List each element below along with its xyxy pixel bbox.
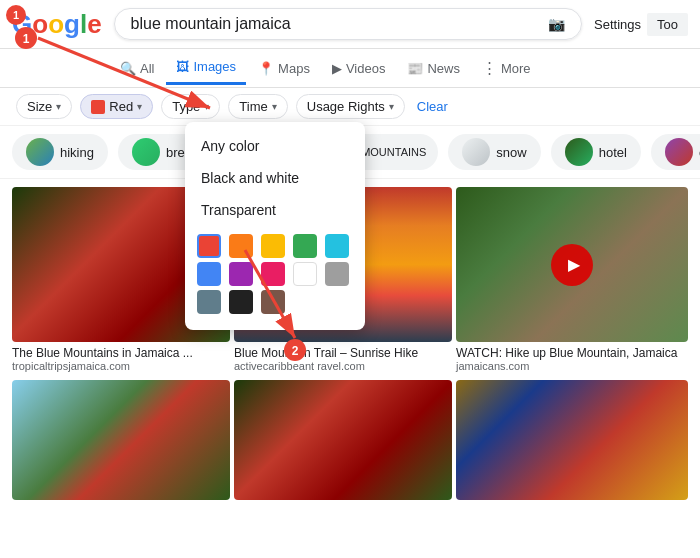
swatch-lightgray[interactable]: [325, 262, 349, 286]
google-logo[interactable]: Google 1: [12, 9, 102, 40]
red-swatch: [91, 100, 105, 114]
clear-button[interactable]: Clear: [413, 95, 452, 118]
swatch-gray[interactable]: [197, 290, 221, 314]
color-swatches: [185, 226, 365, 322]
image-aerial[interactable]: ▶: [456, 187, 688, 342]
color-filter[interactable]: Red ▾: [80, 94, 153, 119]
search-box: 📷: [114, 8, 582, 40]
nav-tabs: 🔍 All 🖼 Images 📍 Maps ▶ Videos 📰 News ⋮ …: [0, 49, 700, 88]
image-tent[interactable]: [12, 380, 230, 500]
usage-filter[interactable]: Usage Rights ▾: [296, 94, 405, 119]
image-title-sunrise: Blue Mountain Trail – Sunrise Hike: [234, 346, 452, 360]
image-coffee-berries[interactable]: [234, 380, 452, 500]
tab-images-label: Images: [193, 59, 236, 74]
play-icon: ▶: [568, 255, 580, 274]
image-source-sunrise: activecaribbeant ravel.com: [234, 360, 452, 372]
search-input[interactable]: [131, 15, 540, 33]
hiking-label: hiking: [60, 145, 94, 160]
tab-more[interactable]: ⋮ More: [472, 51, 541, 85]
videos-icon: ▶: [332, 61, 342, 76]
time-chevron-icon: ▾: [272, 101, 277, 112]
color-option-any[interactable]: Any color: [185, 130, 365, 162]
image-title-berries: The Blue Mountains in Jamaica ...: [12, 346, 230, 360]
cabins-thumb: [665, 138, 693, 166]
time-label: Time: [239, 99, 267, 114]
image-caption-aerial: WATCH: Hike up Blue Mountain, Jamaica ja…: [456, 346, 688, 372]
swatch-blue[interactable]: [197, 262, 221, 286]
usage-chevron-icon: ▾: [389, 101, 394, 112]
swatch-orange[interactable]: [229, 234, 253, 258]
hotel-thumb: [565, 138, 593, 166]
snow-label: snow: [496, 145, 526, 160]
tab-more-label: More: [501, 61, 531, 76]
size-filter[interactable]: Size ▾: [16, 94, 72, 119]
color-dropdown: Any color Black and white Transparent: [185, 122, 365, 330]
news-icon: 📰: [407, 61, 423, 76]
size-chevron-icon: ▾: [56, 101, 61, 112]
time-filter[interactable]: Time ▾: [228, 94, 287, 119]
swatch-black[interactable]: [229, 290, 253, 314]
color-filter-label: Red: [109, 99, 133, 114]
swatch-purple[interactable]: [229, 262, 253, 286]
color-chevron-icon: ▾: [137, 101, 142, 112]
break-thumb: [132, 138, 160, 166]
usage-label: Usage Rights: [307, 99, 385, 114]
tab-maps[interactable]: 📍 Maps: [248, 53, 320, 84]
snow-thumb: [462, 138, 490, 166]
youtube-play-overlay: ▶: [551, 244, 593, 286]
camera-icon[interactable]: 📷: [548, 16, 565, 32]
tab-maps-label: Maps: [278, 61, 310, 76]
tab-images[interactable]: 🖼 Images: [166, 51, 246, 85]
tab-videos-label: Videos: [346, 61, 386, 76]
suggestion-cabins[interactable]: cabins: [651, 134, 700, 170]
header: Google 1 📷 Settings Too: [0, 0, 700, 49]
image-col-right: ▶ WATCH: Hike up Blue Mountain, Jamaica …: [456, 187, 688, 500]
tab-all-label: All: [140, 61, 154, 76]
size-label: Size: [27, 99, 52, 114]
swatch-yellow[interactable]: [261, 234, 285, 258]
suggestion-hiking[interactable]: hiking: [12, 134, 108, 170]
tab-videos[interactable]: ▶ Videos: [322, 53, 396, 84]
tab-all[interactable]: 🔍 All: [110, 53, 164, 84]
swatch-brown[interactable]: [261, 290, 285, 314]
swatch-white[interactable]: [293, 262, 317, 286]
tab-news[interactable]: 📰 News: [397, 53, 470, 84]
header-actions: Settings Too: [594, 13, 688, 36]
color-option-transparent[interactable]: Transparent: [185, 194, 365, 226]
image-caption-sunrise: Blue Mountain Trail – Sunrise Hike activ…: [234, 346, 452, 372]
image-source-berries: tropicaltripsjamaica.com: [12, 360, 230, 372]
suggestion-snow[interactable]: snow: [448, 134, 540, 170]
type-filter[interactable]: Type ▾: [161, 94, 220, 119]
image-caption-berries: The Blue Mountains in Jamaica ... tropic…: [12, 346, 230, 372]
maps-icon: 📍: [258, 61, 274, 76]
suggestion-hotel[interactable]: hotel: [551, 134, 641, 170]
swatch-green[interactable]: [293, 234, 317, 258]
settings-button[interactable]: Settings: [594, 17, 641, 32]
image-coffee-bags[interactable]: [456, 380, 688, 500]
image-title-aerial: WATCH: Hike up Blue Mountain, Jamaica: [456, 346, 688, 360]
tab-news-label: News: [427, 61, 460, 76]
filter-bar: Size ▾ Red ▾ Type ▾ Time ▾ Usage Rights …: [0, 88, 700, 126]
tools-button[interactable]: Too: [647, 13, 688, 36]
hiking-thumb: [26, 138, 54, 166]
type-chevron-icon: ▾: [204, 101, 209, 112]
swatch-pink[interactable]: [261, 262, 285, 286]
image-source-aerial: jamaicans.com: [456, 360, 688, 372]
search-icon: 🔍: [120, 61, 136, 76]
badge-circle-1: 1: [6, 5, 26, 25]
more-icon: ⋮: [482, 59, 497, 77]
hotel-label: hotel: [599, 145, 627, 160]
images-icon: 🖼: [176, 59, 189, 74]
color-option-bw[interactable]: Black and white: [185, 162, 365, 194]
swatch-teal[interactable]: [325, 234, 349, 258]
swatch-red[interactable]: [197, 234, 221, 258]
type-label: Type: [172, 99, 200, 114]
